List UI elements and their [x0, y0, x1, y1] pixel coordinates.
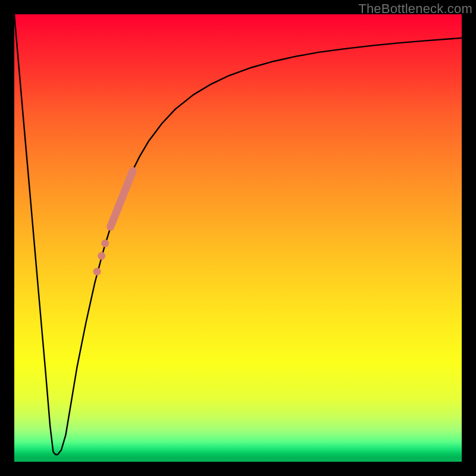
- bottleneck-curve: [14, 14, 462, 455]
- marker-dot: [101, 240, 109, 248]
- marker-layer: [93, 171, 133, 275]
- marker-thick-segment: [111, 171, 133, 227]
- marker-dot: [93, 268, 101, 275]
- marker-dot: [98, 252, 105, 260]
- plot-area: [14, 14, 462, 462]
- chart-root: TheBottleneck.com: [0, 0, 476, 476]
- plot-svg: [14, 14, 462, 462]
